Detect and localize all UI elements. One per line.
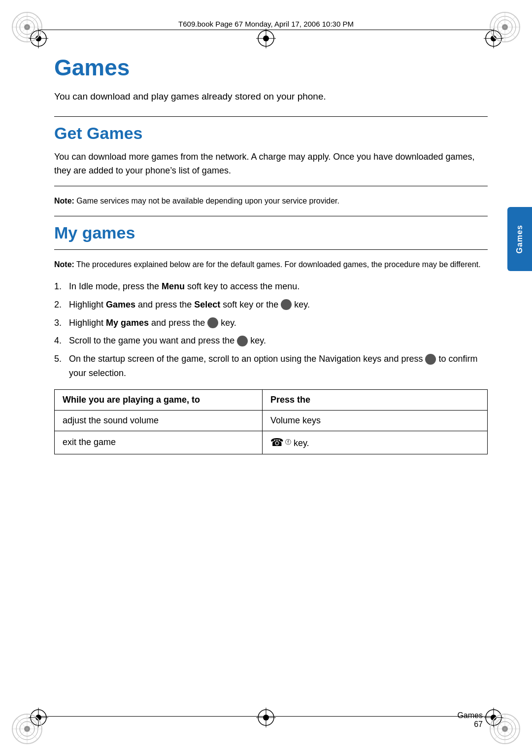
table-col2-header: Press the: [262, 389, 487, 410]
list-item: 1. In Idle mode, press the Menu soft key…: [54, 279, 488, 294]
header-text: T609.book Page 67 Monday, April 17, 2006…: [178, 20, 354, 28]
get-games-heading: Get Games: [54, 124, 488, 143]
ok-icon-1: [281, 299, 292, 310]
corner-decoration-bl: [10, 712, 44, 746]
table-header-row: While you are playing a game, to Press t…: [55, 389, 488, 410]
footer-rule: [39, 716, 493, 717]
table-col1-header: While you are playing a game, to: [55, 389, 263, 410]
table-row: adjust the sound volume Volume keys: [55, 410, 488, 431]
ok-icon-3: [237, 336, 248, 346]
main-content: Games You can download and play games al…: [54, 39, 488, 707]
steps-list: 1. In Idle mode, press the Menu soft key…: [54, 279, 488, 380]
get-games-note-text: Game services may not be available depen…: [76, 197, 339, 205]
table-cell-press-2: ☎ⓕ key.: [262, 431, 487, 454]
get-games-note: Note: Game services may not be available…: [54, 193, 488, 209]
get-games-body: You can download more games from the net…: [54, 150, 488, 178]
list-item: 2. Highlight Games and press the Select …: [54, 298, 488, 312]
my-games-note-label: Note:: [54, 260, 74, 269]
ok-icon-2: [207, 317, 218, 328]
table-row: exit the game ☎ⓕ key.: [55, 431, 488, 454]
ok-icon-4: [425, 354, 436, 365]
rule-before-my-games: [54, 216, 488, 216]
end-key-icon: ☎ⓕ: [270, 436, 291, 449]
my-games-note-text: The procedures explained below are for t…: [76, 260, 481, 269]
footer-section: Games: [457, 711, 483, 720]
note-label: Note:: [54, 197, 74, 205]
corner-decoration-tl: [10, 10, 44, 44]
my-games-note: Note: The procedures explained below are…: [54, 257, 488, 273]
rule-before-get-games: [54, 116, 488, 117]
page-title: Games: [54, 54, 488, 81]
footer-page-info: Games 67: [457, 711, 483, 729]
corner-decoration-tr: [488, 10, 522, 44]
side-tab-label: Games: [515, 225, 524, 253]
list-item: 5. On the startup screen of the game, sc…: [54, 352, 488, 380]
header-rule: [39, 30, 493, 30]
side-tab: Games: [507, 207, 532, 271]
games-table: While you are playing a game, to Press t…: [54, 389, 488, 454]
footer-page: 67: [474, 720, 483, 728]
corner-decoration-br: [488, 712, 522, 746]
table-cell-action-1: adjust the sound volume: [55, 410, 263, 431]
my-games-heading: My games: [54, 223, 488, 242]
reg-mark-bc: [256, 708, 276, 727]
rule-after-my-games-heading: [54, 249, 488, 250]
rule-after-get-games: [54, 186, 488, 186]
table-cell-action-2: exit the game: [55, 431, 263, 454]
table-cell-press-1: Volume keys: [262, 410, 487, 431]
list-item: 3. Highlight My games and press the key.: [54, 316, 488, 330]
intro-paragraph: You can download and play games already …: [54, 90, 488, 104]
list-item: 4. Scroll to the game you want and press…: [54, 334, 488, 348]
